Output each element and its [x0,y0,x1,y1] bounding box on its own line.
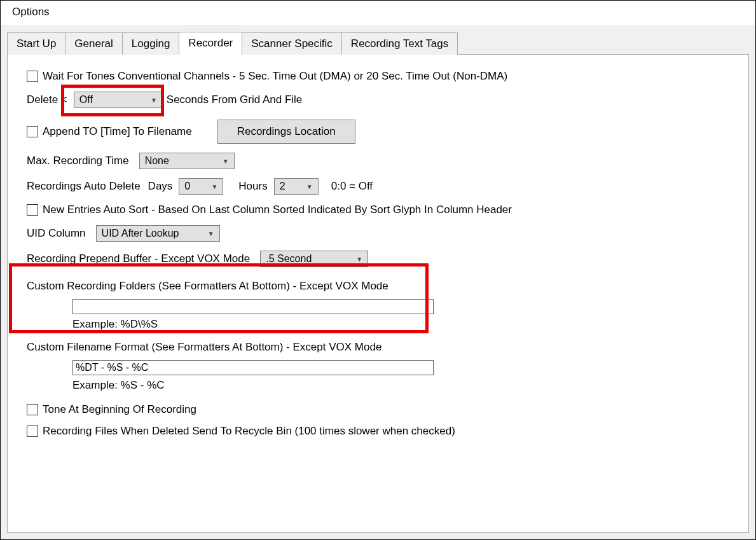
auto-delete-row: Recordings Auto Delete Days 0 ▼ Hours 2 … [27,178,729,195]
recorder-panel: Wait For Tones Conventional Channels - 5… [7,54,749,533]
delete-less-dropdown[interactable]: Off ▼ [74,92,163,108]
max-rec-time-label: Max. Recording Time [27,155,129,167]
window-title: Options [1,1,755,25]
prepend-buffer-dropdown[interactable]: .5 Second ▼ [260,251,368,267]
max-rec-time-value: None [145,155,169,167]
tone-begin-label: Tone At Beginning Of Recording [43,403,196,416]
max-rec-time-row: Max. Recording Time None ▼ [27,153,729,169]
max-rec-time-dropdown[interactable]: None ▼ [139,153,235,169]
wait-tones-row: Wait For Tones Conventional Channels - 5… [27,70,729,83]
delete-less-suffix: Seconds From Grid And File [167,93,303,106]
custom-folders-example-row: Example: %D\%S [27,318,729,331]
tone-begin-checkbox[interactable] [27,404,38,415]
delete-less-prefix: Delete < [27,93,67,106]
wait-tones-label: Wait For Tones Conventional Channels - 5… [43,70,507,83]
custom-folders-block: Custom Recording Folders (See Formatters… [27,280,729,331]
uid-column-row: UID Column UID After Lookup ▼ [27,225,729,242]
recycle-checkbox[interactable] [27,426,38,437]
custom-folders-example: Example: %D\%S [72,318,158,331]
append-to-checkbox[interactable] [27,126,38,137]
tab-strip: Start Up General Logging Recorder Scanne… [7,31,749,54]
auto-delete-hours-dropdown[interactable]: 2 ▼ [274,178,319,195]
options-dialog: Options Start Up General Logging Recorde… [0,0,756,540]
auto-delete-hint: 0:0 = Off [331,180,373,193]
chevron-down-icon: ▼ [223,158,229,165]
tab-start-up[interactable]: Start Up [7,32,65,55]
tab-recording-text-tags[interactable]: Recording Text Tags [341,32,458,55]
auto-delete-days-dropdown[interactable]: 0 ▼ [179,178,223,195]
custom-filename-input-row [27,360,729,375]
tab-general[interactable]: General [65,32,122,55]
tab-recorder[interactable]: Recorder [179,32,242,55]
auto-delete-label: Recordings Auto Delete [27,180,141,193]
custom-filename-block: Custom Filename Format (See Formatters A… [27,341,729,392]
chevron-down-icon: ▼ [208,230,214,237]
chevron-down-icon: ▼ [151,97,157,104]
uid-column-dropdown[interactable]: UID After Lookup ▼ [96,225,220,242]
client-area: Start Up General Logging Recorder Scanne… [1,25,755,539]
tab-label: General [74,38,113,50]
custom-filename-input[interactable] [72,360,434,375]
append-to-label: Append TO [Time] To Filename [43,125,192,138]
auto-delete-days-label: Days [148,180,173,193]
auto-delete-hours-value: 2 [280,181,285,192]
prepend-buffer-label: Recording Prepend Buffer - Except VOX Mo… [27,253,250,265]
custom-filename-example-row: Example: %S - %C [27,379,729,392]
new-entries-sort-row: New Entries Auto Sort - Based On Last Co… [27,204,729,216]
delete-less-value: Off [79,94,93,106]
recycle-row: Recording Files When Deleted Send To Rec… [27,425,729,438]
custom-filename-label: Custom Filename Format (See Formatters A… [27,341,381,354]
custom-folders-label: Custom Recording Folders (See Formatters… [27,280,388,293]
tab-label: Recorder [188,37,233,49]
tone-begin-row: Tone At Beginning Of Recording [27,403,729,416]
tab-label: Recording Text Tags [351,38,448,50]
prepend-buffer-row: Recording Prepend Buffer - Except VOX Mo… [27,251,729,267]
new-entries-sort-label: New Entries Auto Sort - Based On Last Co… [43,204,512,216]
chevron-down-icon: ▼ [211,183,217,190]
custom-filename-example: Example: %S - %C [72,379,165,392]
custom-folders-label-row: Custom Recording Folders (See Formatters… [27,280,729,293]
chevron-down-icon: ▼ [306,183,313,190]
auto-delete-hours-label: Hours [238,180,267,193]
chevron-down-icon: ▼ [356,256,362,263]
append-to-row: Append TO [Time] To Filename Recordings … [27,120,729,144]
tab-label: Scanner Specific [251,38,333,50]
recordings-location-button[interactable]: Recordings Location [217,120,355,144]
recycle-label: Recording Files When Deleted Send To Rec… [43,425,455,438]
auto-delete-days-value: 0 [184,181,190,192]
new-entries-sort-checkbox[interactable] [27,204,38,216]
custom-filename-label-row: Custom Filename Format (See Formatters A… [27,341,729,354]
wait-tones-checkbox[interactable] [27,71,38,82]
uid-column-label: UID Column [27,227,86,240]
delete-less-row: Delete < Off ▼ Seconds From Grid And Fil… [27,92,729,108]
tab-label: Logging [132,38,170,50]
uid-column-value: UID After Lookup [102,228,179,239]
prepend-buffer-value: .5 Second [266,253,312,265]
custom-folders-input[interactable] [72,299,434,314]
tab-label: Start Up [17,38,56,50]
custom-folders-input-row [27,299,729,314]
tab-scanner-specific[interactable]: Scanner Specific [242,32,342,55]
tab-logging[interactable]: Logging [122,32,180,55]
